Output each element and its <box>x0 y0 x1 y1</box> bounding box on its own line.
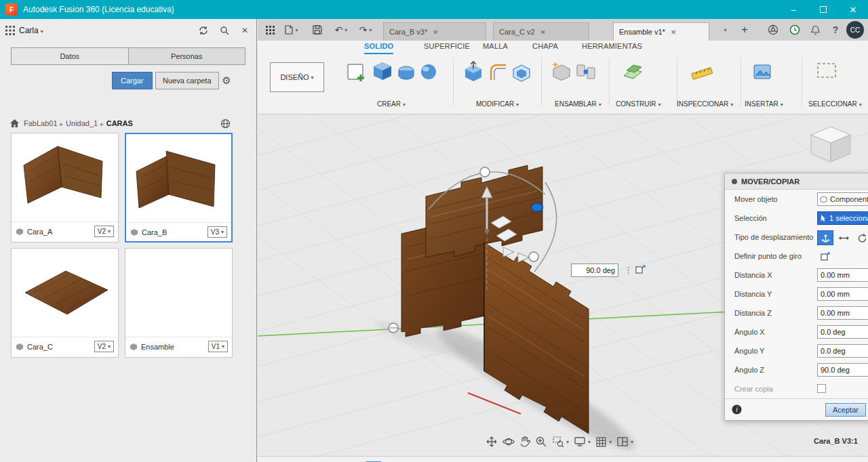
ribbon-tab-herramientas[interactable]: HERRAMIENTAS <box>582 42 642 54</box>
file-menu-icon[interactable] <box>281 22 302 38</box>
document-tab-cara-b[interactable]: Cara_B v3* ✕ <box>383 22 486 41</box>
orbit-icon[interactable] <box>502 436 515 448</box>
create-sketch-icon[interactable] <box>344 60 369 84</box>
sphere-icon[interactable] <box>419 62 438 81</box>
manipulator-origin[interactable] <box>485 229 489 233</box>
item-card-cara-b[interactable]: Cara_B V3 <box>125 133 233 243</box>
close-button[interactable]: ✕ <box>838 0 868 19</box>
create-copy-checkbox[interactable] <box>817 384 826 393</box>
translate-x-arrow[interactable] <box>503 247 514 257</box>
set-pivot-mini-icon[interactable] <box>635 264 646 276</box>
version-dropdown[interactable]: V2 <box>94 341 114 352</box>
version-dropdown[interactable]: V2 <box>94 226 114 237</box>
angle-z-input[interactable] <box>817 363 868 377</box>
viewport-layout-icon[interactable] <box>616 436 633 447</box>
construct-plane-icon[interactable] <box>621 61 644 83</box>
angle-y-input[interactable] <box>817 344 868 358</box>
item-card-ensamble[interactable]: Ensamble V1 <box>125 248 233 358</box>
save-icon[interactable] <box>309 22 326 38</box>
version-dropdown[interactable]: V3 <box>208 226 227 238</box>
info-icon[interactable]: i <box>732 404 742 415</box>
angle-x-input[interactable] <box>817 325 868 339</box>
tab-personas[interactable]: Personas <box>128 48 245 64</box>
user-menu[interactable]: Carla <box>19 26 43 35</box>
tab-close-icon[interactable]: ✕ <box>671 28 676 36</box>
user-avatar[interactable]: CC <box>846 21 864 39</box>
tab-close-icon[interactable]: ✕ <box>540 28 546 36</box>
move-type-free-icon[interactable] <box>817 230 833 245</box>
ribbon-tab-malla[interactable]: MALLA <box>483 42 508 54</box>
home-icon[interactable] <box>9 119 20 128</box>
group-crear[interactable]: CREAR <box>377 100 406 108</box>
item-card-cara-a[interactable]: Cara_A V2 <box>11 133 119 243</box>
undo-icon[interactable]: ↶ <box>330 22 353 38</box>
help-icon[interactable]: ? <box>827 22 844 38</box>
tab-datos[interactable]: Datos <box>12 48 128 64</box>
view-cube[interactable] <box>811 127 850 162</box>
fillet-icon[interactable] <box>488 62 509 83</box>
group-ensamblar[interactable]: ENSAMBLAR <box>555 100 601 108</box>
rotate-handle[interactable] <box>480 167 490 177</box>
revolve-icon[interactable] <box>396 62 416 83</box>
version-dropdown[interactable]: V1 <box>208 341 228 352</box>
breadcrumb-folder[interactable]: Unidad_1 <box>66 119 106 127</box>
breadcrumb-folder[interactable]: FabLab01 <box>24 119 66 127</box>
tab-close-icon[interactable]: ✕ <box>433 28 438 36</box>
ribbon-tab-chapa[interactable]: CHAPA <box>532 42 558 54</box>
move-object-dropdown[interactable]: Componentes <box>817 192 868 206</box>
search-icon[interactable] <box>216 22 233 39</box>
ribbon-tab-solido[interactable]: SOLIDO <box>364 42 393 54</box>
new-tab-plus-icon[interactable]: + <box>736 22 753 38</box>
group-insertar[interactable]: INSERTAR <box>745 100 783 108</box>
maximize-button[interactable] <box>808 0 838 19</box>
group-inspeccionar[interactable]: INSPECCIONAR <box>677 100 733 108</box>
upload-button[interactable]: Cargar <box>112 72 153 89</box>
app-launcher-grid-icon[interactable] <box>262 22 278 38</box>
workspace-selector[interactable]: DISEÑO <box>270 62 324 92</box>
move-type-rotate-icon[interactable] <box>854 230 868 245</box>
grid-snap-icon[interactable] <box>595 436 612 448</box>
app-grid-icon[interactable] <box>5 26 15 35</box>
new-component-icon[interactable] <box>549 60 572 83</box>
measure-icon[interactable] <box>690 61 713 83</box>
more-options-icon[interactable]: ⋮ <box>624 265 633 275</box>
press-pull-icon[interactable] <box>461 60 486 84</box>
rotate-handle[interactable] <box>529 252 538 261</box>
tab-list-dropdown-icon[interactable] <box>716 22 732 38</box>
panel-settings-gear-icon[interactable]: ⚙ <box>218 72 235 89</box>
job-status-clock-icon[interactable] <box>787 22 803 38</box>
angle-input-box[interactable] <box>571 264 618 277</box>
shell-icon[interactable] <box>511 62 532 83</box>
collaboration-globe-icon[interactable] <box>217 115 233 131</box>
angle-input[interactable] <box>572 264 618 276</box>
display-settings-icon[interactable] <box>574 436 591 447</box>
rotate-handle-active[interactable] <box>532 203 543 211</box>
select-icon[interactable] <box>815 61 838 81</box>
redo-icon[interactable]: ↷ <box>354 22 377 38</box>
pan-hand-icon[interactable] <box>519 436 530 448</box>
set-pivot-icon[interactable] <box>817 249 833 264</box>
group-seleccionar[interactable]: SELECCIONAR <box>808 100 862 108</box>
selection-chip[interactable]: 1 selecciona <box>817 211 868 225</box>
distance-x-input[interactable] <box>817 268 868 282</box>
joint-icon[interactable] <box>575 61 597 83</box>
extrude-icon[interactable] <box>370 60 395 84</box>
group-modificar[interactable]: MODIFICAR <box>476 100 519 108</box>
extensions-icon[interactable] <box>765 22 781 38</box>
distance-z-input[interactable] <box>817 306 868 320</box>
group-construir[interactable]: CONSTRUIR <box>616 100 660 108</box>
document-tab-cara-c[interactable]: Cara_C v2 ✕ <box>493 22 589 41</box>
refresh-icon[interactable] <box>195 22 212 39</box>
document-tab-ensamble[interactable]: Ensamble v1* ✕ <box>613 22 709 41</box>
zoom-window-icon[interactable] <box>552 436 569 448</box>
ribbon-tab-superficie[interactable]: SUPERFICIE <box>424 42 470 54</box>
insert-icon[interactable] <box>751 61 773 83</box>
panel-close-icon[interactable]: ✕ <box>237 22 253 39</box>
zoom-icon[interactable] <box>535 436 547 448</box>
distance-y-input[interactable] <box>817 287 868 301</box>
item-card-cara-c[interactable]: Cara_C V2 <box>11 248 119 358</box>
minimize-button[interactable]: – <box>778 0 808 19</box>
notifications-bell-icon[interactable] <box>807 22 823 38</box>
accept-button[interactable]: Aceptar <box>825 403 866 417</box>
move-type-translate-icon[interactable] <box>835 230 852 245</box>
